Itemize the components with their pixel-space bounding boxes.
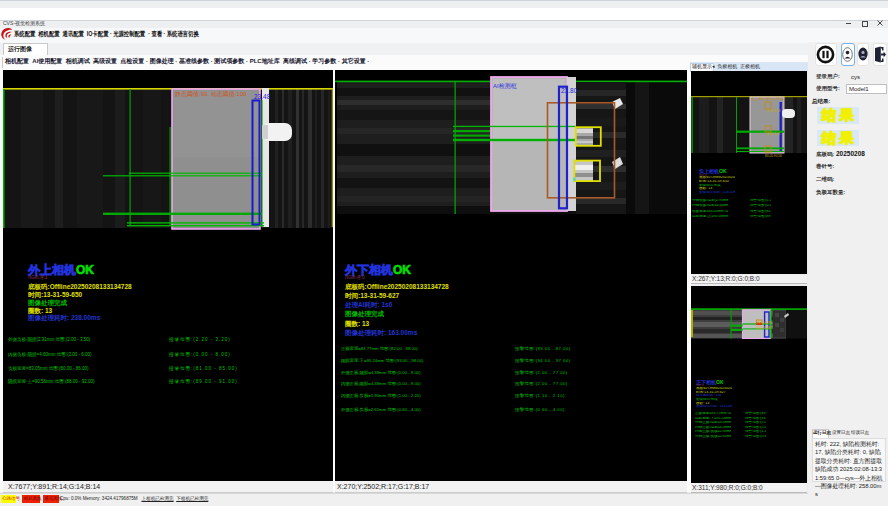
svg-text:静态阈值:93, 动态阈值:100: 静态阈值:93, 动态阈值:100 [175, 90, 247, 98]
svg-text:4.60 2.91: 4.60 2.91 [767, 132, 781, 136]
svg-text:83.05 90.56: 83.05 90.56 [765, 154, 782, 158]
svg-text:AI检测框: AI检测框 [493, 82, 517, 89]
svg-text:负上相机 NG:0 OK:12: 负上相机 NG:0 OK:12 [751, 97, 785, 101]
svg-text:23.80 1.90: 23.80 1.90 [756, 321, 772, 325]
svg-text:23.48: 23.48 [254, 93, 271, 100]
svg-text:23.80: 23.80 [561, 87, 578, 94]
svg-text:2.94 0.53: 2.94 0.53 [767, 109, 781, 113]
